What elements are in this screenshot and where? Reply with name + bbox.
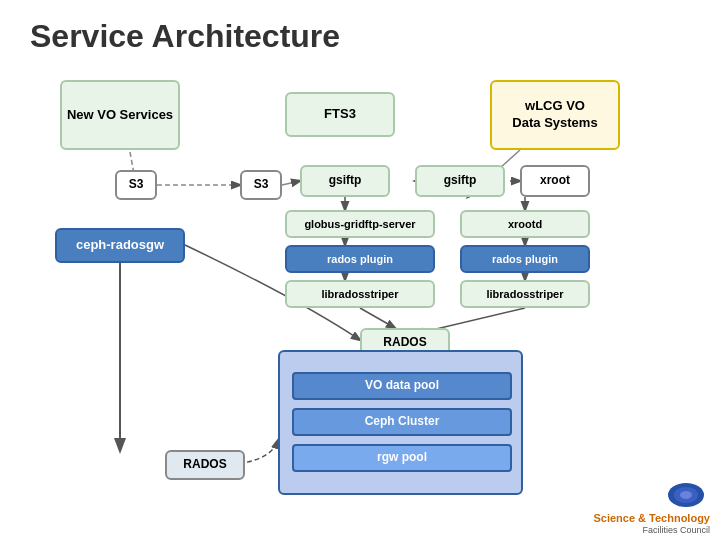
rados-plugin-right-label: rados plugin [492,252,558,266]
xrootd-box: xrootd [460,210,590,238]
gsiftp-right-box: gsiftp [415,165,505,197]
rados-plugin-left-label: rados plugin [327,252,393,266]
rados-small-box: RADOS [165,450,245,480]
svg-point-18 [680,491,692,499]
ceph-label: ceph-radosgw [76,237,164,254]
ceph-cluster-box: Ceph Cluster [292,408,512,436]
stfc-name: Science & Technology [593,512,710,524]
s3-right-label: S3 [254,177,269,193]
vo-data-pool-label: VO data pool [365,378,439,394]
ceph-box: ceph-radosgw [55,228,185,263]
fts3-box: FTS3 [285,92,395,137]
gsiftp-left-label: gsiftp [329,173,362,189]
rados-small-label: RADOS [183,457,226,473]
stfc-logo: Science & Technology Facilities Council [593,477,710,535]
globus-box: globus-gridftp-server [285,210,435,238]
vo-data-pool-box: VO data pool [292,372,512,400]
s3-right-box: S3 [240,170,282,200]
rados-center-label: RADOS [383,335,426,351]
ceph-cluster-label: Ceph Cluster [365,414,440,430]
rados-outer-container: VO data pool Ceph Cluster rgw pool [278,350,523,495]
wlcg-box: wLCG VOData Systems [490,80,620,150]
diagram-area: New VO Services FTS3 wLCG VOData Systems… [0,70,720,540]
librados-right-box: libradosstriper [460,280,590,308]
svg-line-13 [360,308,395,328]
s3-left-box: S3 [115,170,157,200]
librados-left-label: libradosstriper [321,287,398,301]
rados-plugin-left-box: rados plugin [285,245,435,273]
gsiftp-right-label: gsiftp [444,173,477,189]
fts3-label: FTS3 [324,106,356,123]
rados-plugin-right-box: rados plugin [460,245,590,273]
stfc-sub: Facilities Council [642,525,710,535]
svg-line-2 [282,181,300,185]
s3-left-label: S3 [129,177,144,193]
xroot-label: xroot [540,173,570,189]
new-vo-services-box: New VO Services [60,80,180,150]
wlcg-label: wLCG VOData Systems [512,98,597,132]
xrootd-label: xrootd [508,217,542,231]
rgw-pool-label: rgw pool [377,450,427,466]
librados-right-label: libradosstriper [486,287,563,301]
page-title: Service Architecture [0,0,720,65]
gsiftp-left-box: gsiftp [300,165,390,197]
rgw-pool-box: rgw pool [292,444,512,472]
xroot-box: xroot [520,165,590,197]
globus-label: globus-gridftp-server [304,217,415,231]
librados-left-box: libradosstriper [285,280,435,308]
new-vo-label: New VO Services [67,107,173,124]
